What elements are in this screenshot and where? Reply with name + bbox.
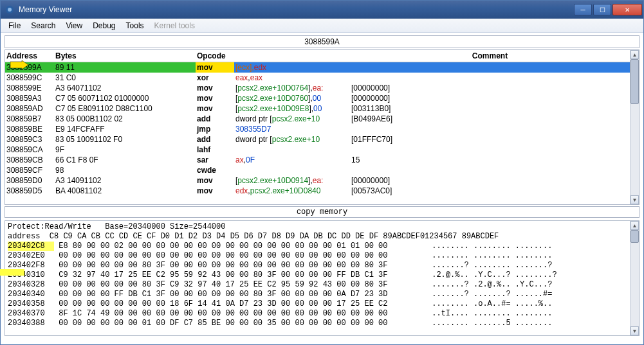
close-button[interactable]: ✕ <box>612 4 642 15</box>
column-headers: Address Bytes Opcode Comment <box>5 50 630 62</box>
disasm-scrollbar[interactable]: ▲ ▼ <box>630 50 639 204</box>
hex-row[interactable]: 20340310 C9 32 97 40 17 25 EE C2 95 59 9… <box>8 270 627 280</box>
menu-tools[interactable]: Tools <box>121 20 149 31</box>
hex-scroll-thumb[interactable] <box>630 230 639 243</box>
hex-row[interactable]: 20340388 00 00 00 00 00 00 01 00 DF C7 8… <box>8 319 627 328</box>
hex-row[interactable]: 203402C8 E8 80 00 00 02 00 00 00 00 00 0… <box>8 242 627 251</box>
menu-file[interactable]: File <box>3 20 26 31</box>
menu-debug[interactable]: Debug <box>87 20 120 31</box>
col-address[interactable]: Address <box>5 51 54 60</box>
hex-scroll-up[interactable]: ▲ <box>630 221 639 230</box>
col-comment[interactable]: Comment <box>350 51 630 60</box>
disasm-row[interactable]: 308859ADC7 05 E8091102 D88C1100mov[pcsx2… <box>5 103 630 114</box>
disasm-row[interactable]: 308859B783 05 000B1102 02adddword ptr [p… <box>5 114 630 124</box>
hex-row[interactable]: 20340370 8F 1C 74 49 00 00 00 00 00 00 0… <box>8 309 627 319</box>
hex-dump-pane: Protect:Read/Write Base=20340000 Size=25… <box>5 220 639 336</box>
disasm-row[interactable]: 308859C383 05 10091102 F0adddword ptr [p… <box>5 134 630 145</box>
hex-highlight-arrow <box>0 269 24 276</box>
current-address-field[interactable]: 3088599A <box>5 35 639 48</box>
disasm-row[interactable]: 3088599C31 C0xoreax,eax <box>5 73 630 83</box>
disasm-row[interactable]: 308859D5BA 40081102movedx,pcsx2.exe+10D0… <box>5 186 630 196</box>
disassembly-pane: Address Bytes Opcode Comment 3088599A89 … <box>5 49 639 205</box>
minimize-button[interactable]: ─ <box>574 4 592 15</box>
disasm-row[interactable]: 3088599EA3 64071102mov[pcsx2.exe+10D0764… <box>5 83 630 93</box>
hex-row[interactable]: 20340358 00 00 00 00 00 00 00 00 18 6F 1… <box>8 299 627 309</box>
col-bytes[interactable]: Bytes <box>54 51 196 60</box>
disasm-row[interactable]: 3088599A89 11mov[ecx],edx <box>5 62 630 73</box>
hex-protect-info: Protect:Read/Write Base=20340000 Size=25… <box>8 222 627 232</box>
titlebar: Memory Viewer ─ ☐ ✕ <box>1 1 643 19</box>
window-title: Memory Viewer <box>19 5 574 14</box>
menu-search[interactable]: Search <box>26 20 60 31</box>
col-opcode[interactable]: Opcode <box>196 51 234 60</box>
hex-row[interactable]: 203402F8 00 00 00 00 00 00 80 3F 00 00 0… <box>8 261 627 270</box>
hex-row[interactable]: 203402E0 00 00 00 00 00 00 00 00 00 00 0… <box>8 251 627 261</box>
scroll-up-button[interactable]: ▲ <box>630 50 639 59</box>
hex-column-header: address C8 C9 CA CB CC CD CE CF D0 D1 D2… <box>8 232 627 242</box>
disasm-row[interactable]: 308859A3C7 05 60071102 01000000mov[pcsx2… <box>5 93 630 103</box>
hex-row[interactable]: 20340328 00 00 00 00 00 00 80 3F C9 32 9… <box>8 280 627 290</box>
hex-scroll-down[interactable]: ▼ <box>630 326 639 335</box>
scroll-thumb[interactable] <box>630 59 639 104</box>
hex-scrollbar[interactable]: ▲ ▼ <box>630 221 639 335</box>
app-icon <box>5 4 15 15</box>
disasm-row[interactable]: 308859CB66 C1 F8 0Fsarax,0F15 <box>5 155 630 165</box>
svg-point-1 <box>8 8 12 12</box>
highlight-arrow <box>10 60 28 71</box>
scroll-down-button[interactable]: ▼ <box>630 195 639 204</box>
hex-row[interactable]: 20340340 00 00 00 00 FF DB C1 3F 00 00 0… <box>8 290 627 299</box>
menubar: FileSearchViewDebugToolsKernel tools <box>1 19 643 33</box>
disasm-row[interactable]: 308859CF98cwde <box>5 165 630 175</box>
copy-memory-button[interactable]: copy memory <box>5 206 639 218</box>
disasm-row[interactable]: 308859BEE9 14FCFAFFjmp308355D7 <box>5 124 630 134</box>
disasm-row[interactable]: 308859CA9Flahf <box>5 145 630 155</box>
disasm-row[interactable]: 308859D0A3 14091102mov[pcsx2.exe+10D0914… <box>5 175 630 186</box>
menu-kernel-tools: Kernel tools <box>149 20 200 31</box>
menu-view[interactable]: View <box>60 20 87 31</box>
maximize-button[interactable]: ☐ <box>593 4 611 15</box>
current-address-value: 3088599A <box>304 37 340 46</box>
